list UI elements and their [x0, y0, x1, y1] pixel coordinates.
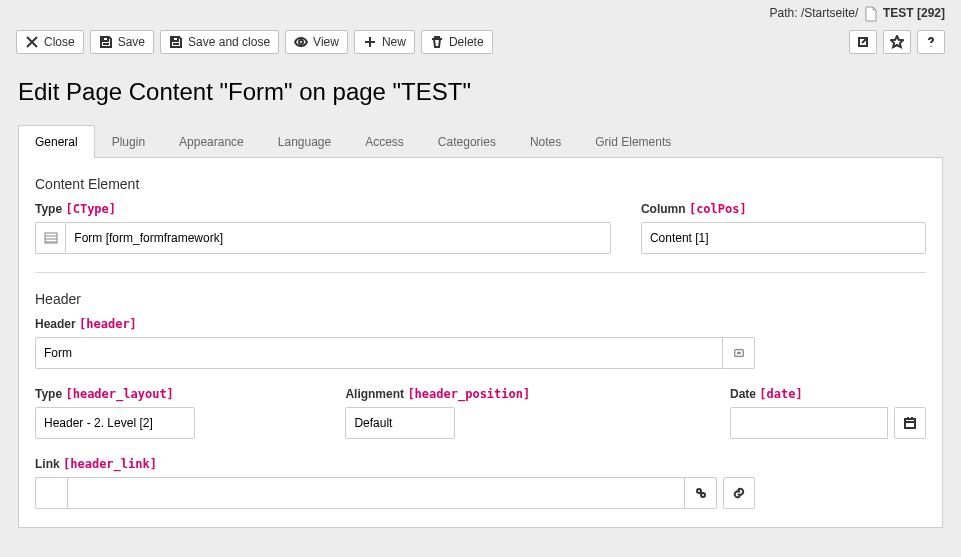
- link-prefix: [35, 477, 67, 509]
- header-link-input[interactable]: [67, 477, 685, 509]
- label-header-link: Link [header_link]: [35, 457, 926, 471]
- label-ctype: Type [CType]: [35, 202, 611, 216]
- star-icon: [890, 35, 904, 49]
- label-date: Date [date]: [730, 387, 926, 401]
- tab-plugin[interactable]: Plugin: [95, 125, 162, 158]
- save-and-close-button[interactable]: Save and close: [160, 30, 279, 54]
- svg-rect-3: [905, 419, 915, 428]
- save-icon: [99, 35, 113, 49]
- label-header: Header [header]: [35, 317, 926, 331]
- new-button[interactable]: New: [354, 30, 415, 54]
- trash-icon: [430, 35, 444, 49]
- tab-grid-elements[interactable]: Grid Elements: [578, 125, 688, 158]
- save-button[interactable]: Save: [90, 30, 154, 54]
- tech-header-position: [header_position]: [407, 387, 530, 401]
- view-button[interactable]: View: [285, 30, 348, 54]
- bookmark-button[interactable]: [883, 30, 911, 54]
- tab-access[interactable]: Access: [348, 125, 421, 158]
- svg-point-0: [299, 40, 303, 44]
- label-header-position: Alignment [header_position]: [345, 387, 612, 401]
- svg-point-4: [697, 489, 701, 493]
- external-link-icon: [856, 35, 870, 49]
- tech-header-link: [header_link]: [63, 457, 157, 471]
- tech-header: [header]: [79, 317, 137, 331]
- divider: [35, 272, 926, 273]
- date-picker-button[interactable]: [894, 407, 926, 439]
- tabs: General Plugin Appearance Language Acces…: [18, 124, 943, 158]
- label-colpos: Column [colPos]: [641, 202, 926, 216]
- question-icon: [924, 35, 938, 49]
- header-layout-select[interactable]: Header - 2. Level [2]: [35, 407, 195, 439]
- date-input[interactable]: [730, 407, 888, 439]
- breadcrumb-root[interactable]: /Startseite/: [801, 6, 858, 20]
- tab-language[interactable]: Language: [261, 125, 348, 158]
- open-new-window-button[interactable]: [849, 30, 877, 54]
- tab-panel-general: Content Element Type [CType] Form [form_…: [18, 158, 943, 528]
- section-title-content-element: Content Element: [35, 176, 926, 192]
- tech-ctype: [CType]: [65, 202, 116, 216]
- tab-general[interactable]: General: [18, 125, 95, 158]
- save-close-icon: [169, 35, 183, 49]
- toggle-icon: [694, 486, 708, 500]
- breadcrumb-page: TEST: [883, 6, 914, 20]
- help-button[interactable]: [917, 30, 945, 54]
- header-position-select[interactable]: Default: [345, 407, 455, 439]
- breadcrumb: Path: /Startseite/ TEST [292]: [0, 0, 961, 26]
- colpos-select[interactable]: Content [1]: [641, 222, 926, 254]
- tab-categories[interactable]: Categories: [421, 125, 513, 158]
- toolbar: Close Save Save and close View New Delet…: [0, 26, 961, 64]
- close-icon: [25, 35, 39, 49]
- header-clear-button[interactable]: [723, 337, 755, 369]
- close-button[interactable]: Close: [16, 30, 84, 54]
- ctype-select[interactable]: Form [form_formframework]: [65, 222, 611, 254]
- link-toggle-button[interactable]: [685, 477, 717, 509]
- link-browser-button[interactable]: [723, 477, 755, 509]
- breadcrumb-uid: [292]: [917, 6, 945, 20]
- tech-colpos: [colPos]: [689, 202, 747, 216]
- tab-appearance[interactable]: Appearance: [162, 125, 261, 158]
- page-title: Edit Page Content "Form" on page "TEST": [0, 64, 961, 124]
- plus-icon: [363, 35, 377, 49]
- tech-header-layout: [header_layout]: [65, 387, 173, 401]
- calendar-icon: [903, 416, 917, 430]
- section-title-header: Header: [35, 291, 926, 307]
- page-icon: [864, 6, 878, 22]
- ctype-icon: [35, 222, 65, 254]
- link-icon: [732, 486, 746, 500]
- eye-icon: [294, 35, 308, 49]
- tab-notes[interactable]: Notes: [513, 125, 578, 158]
- tech-date: [date]: [759, 387, 802, 401]
- svg-point-5: [701, 493, 705, 497]
- path-label: Path:: [770, 6, 798, 20]
- delete-button[interactable]: Delete: [421, 30, 493, 54]
- header-input[interactable]: [35, 337, 723, 369]
- label-header-layout: Type [header_layout]: [35, 387, 195, 401]
